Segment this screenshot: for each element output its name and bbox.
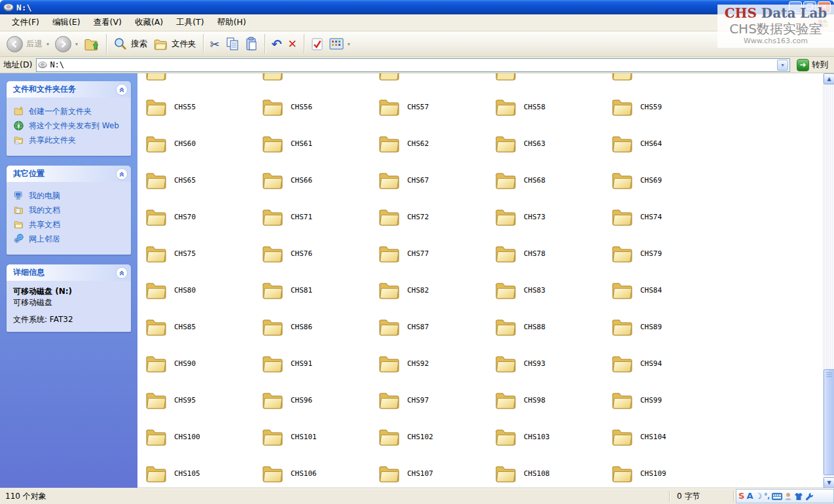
folder-item[interactable]: CHS109: [611, 464, 728, 483]
menu-item[interactable]: 帮助(H): [211, 15, 253, 30]
folder-item[interactable]: CHS79: [611, 244, 728, 263]
skin-icon[interactable]: [794, 492, 803, 501]
my-documents-link[interactable]: 我的文档: [13, 205, 127, 216]
folder-item[interactable]: CHS73: [495, 207, 611, 226]
folder-item[interactable]: CHS56: [262, 98, 378, 117]
folder-item-partial[interactable]: [262, 73, 378, 81]
views-button[interactable]: ▾: [327, 35, 353, 52]
folder-item[interactable]: CHS82: [378, 281, 495, 300]
folder-item[interactable]: CHS70: [145, 207, 262, 226]
shared-documents-link[interactable]: 共享文档: [13, 219, 127, 230]
other-places-header[interactable]: 其它位置: [7, 166, 131, 182]
folder-item[interactable]: CHS84: [611, 281, 728, 300]
check-button[interactable]: [308, 35, 326, 53]
menu-item[interactable]: 编辑(E): [46, 15, 87, 30]
folder-item[interactable]: CHS62: [378, 134, 495, 153]
soft-keyboard-icon[interactable]: [772, 493, 782, 500]
folder-item[interactable]: CHS107: [378, 464, 495, 483]
up-button[interactable]: [81, 34, 102, 54]
folder-item[interactable]: CHS100: [145, 427, 262, 446]
account-icon[interactable]: [784, 492, 792, 501]
menu-item[interactable]: 查看(V): [87, 15, 128, 30]
paste-button[interactable]: [242, 35, 261, 53]
copy-button[interactable]: [223, 35, 242, 53]
scroll-up-icon[interactable]: ▲: [824, 73, 834, 84]
views-dropdown-icon[interactable]: ▾: [348, 41, 350, 47]
my-computer-link[interactable]: 我的电脑: [13, 190, 127, 202]
address-dropdown-icon[interactable]: ▾: [777, 60, 788, 71]
folder-item[interactable]: CHS98: [495, 391, 611, 410]
folder-item[interactable]: CHS68: [495, 171, 611, 190]
folder-item[interactable]: CHS60: [145, 134, 262, 153]
folder-item[interactable]: CHS85: [145, 317, 262, 336]
vertical-scrollbar[interactable]: ▲ ▼: [823, 73, 834, 488]
menu-item[interactable]: 收藏(A): [128, 15, 170, 30]
folder-item[interactable]: CHS66: [262, 171, 378, 190]
sogou-logo-icon[interactable]: S: [738, 490, 744, 502]
forward-button[interactable]: ▾: [52, 34, 81, 54]
english-toggle-icon[interactable]: A: [746, 490, 753, 502]
folder-item[interactable]: CHS77: [378, 244, 495, 263]
toolbox-icon[interactable]: [805, 492, 814, 501]
folder-item[interactable]: CHS74: [611, 207, 728, 226]
folder-item[interactable]: CHS64: [611, 134, 728, 153]
collapse-chevron-icon[interactable]: [116, 84, 128, 96]
folder-item[interactable]: CHS95: [145, 391, 262, 410]
folder-item[interactable]: CHS91: [262, 354, 378, 373]
folder-item[interactable]: CHS80: [145, 281, 262, 300]
undo-button[interactable]: ↶: [269, 36, 285, 52]
menu-item[interactable]: 工具(T): [170, 15, 210, 30]
file-tasks-header[interactable]: 文件和文件夹任务: [7, 81, 131, 98]
folder-item[interactable]: CHS94: [611, 354, 728, 373]
folder-item[interactable]: CHS106: [262, 464, 378, 483]
folders-button[interactable]: 文件夹: [151, 35, 199, 53]
folder-item[interactable]: CHS67: [378, 171, 495, 190]
folder-item[interactable]: CHS92: [378, 354, 495, 373]
folder-item[interactable]: CHS76: [262, 244, 378, 263]
folder-item[interactable]: CHS55: [145, 98, 262, 117]
folder-item[interactable]: CHS61: [262, 134, 378, 153]
folder-item-partial[interactable]: [495, 73, 611, 81]
folder-item[interactable]: CHS63: [495, 134, 611, 153]
folder-item-partial[interactable]: [378, 73, 495, 81]
delete-button[interactable]: ✕: [285, 35, 300, 52]
folder-item[interactable]: CHS103: [495, 427, 611, 446]
folder-item[interactable]: CHS71: [262, 207, 378, 226]
folder-item[interactable]: CHS65: [145, 171, 262, 190]
share-folder-task[interactable]: 共享此文件夹: [13, 135, 127, 146]
punctuation-icon[interactable]: °,: [764, 490, 770, 502]
folder-item[interactable]: CHS105: [145, 464, 262, 483]
folder-item[interactable]: CHS97: [378, 391, 495, 410]
scroll-down-icon[interactable]: ▼: [824, 477, 834, 488]
folder-item[interactable]: CHS83: [495, 281, 611, 300]
folder-item[interactable]: CHS87: [378, 317, 495, 336]
folder-item[interactable]: CHS75: [145, 244, 262, 263]
address-combo[interactable]: N:\ ▾: [36, 58, 790, 72]
folder-item[interactable]: CHS58: [495, 98, 611, 117]
back-button[interactable]: 后退 ▾: [4, 34, 52, 54]
titlebar[interactable]: N:\ _ ❐ ✕: [0, 0, 834, 14]
folder-item[interactable]: CHS69: [611, 171, 728, 190]
folder-item[interactable]: CHS72: [378, 207, 495, 226]
search-button[interactable]: 搜索: [111, 35, 150, 53]
publish-web-task[interactable]: 将这个文件夹发布到 Web: [13, 120, 127, 132]
folder-item-partial[interactable]: [611, 73, 728, 81]
go-button[interactable]: ➜ 转到: [794, 59, 831, 71]
network-places-link[interactable]: 网上邻居: [13, 234, 127, 245]
scrollbar-thumb[interactable]: [824, 369, 834, 475]
folder-item[interactable]: CHS57: [378, 98, 495, 117]
folder-item[interactable]: CHS96: [262, 391, 378, 410]
fullwidth-toggle-icon[interactable]: ☽: [755, 490, 762, 502]
collapse-chevron-icon[interactable]: [116, 168, 128, 180]
folder-item[interactable]: CHS99: [611, 391, 728, 410]
folder-item[interactable]: CHS101: [262, 427, 378, 446]
menu-item[interactable]: 文件(F): [5, 15, 46, 30]
cut-button[interactable]: ✂: [208, 35, 223, 53]
folder-item[interactable]: CHS89: [611, 317, 728, 336]
folder-item[interactable]: CHS81: [262, 281, 378, 300]
folder-item[interactable]: CHS86: [262, 317, 378, 336]
folder-item[interactable]: CHS102: [378, 427, 495, 446]
folder-item[interactable]: CHS93: [495, 354, 611, 373]
folder-item-partial[interactable]: [145, 73, 262, 81]
back-dropdown-icon[interactable]: ▾: [46, 41, 49, 47]
